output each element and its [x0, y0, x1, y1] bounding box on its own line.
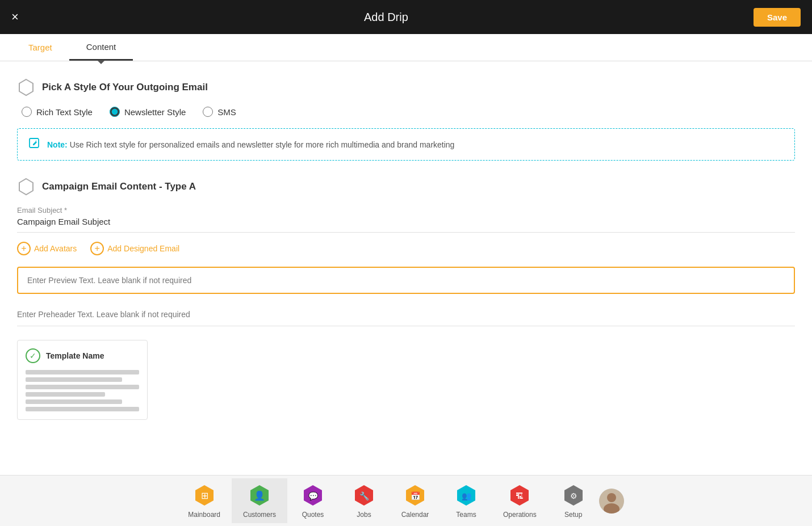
template-card-header: ✓ Template Name	[26, 348, 139, 363]
newsletter-option[interactable]: Newsletter Style	[110, 107, 186, 117]
preview-text-input[interactable]	[17, 267, 795, 294]
page-title: Add Drip	[364, 11, 408, 24]
bottom-navigation: ⊞ Mainboard 👤 Customers 💬 Quotes	[0, 475, 812, 526]
campaign-section: Campaign Email Content - Type A Email Su…	[17, 178, 795, 255]
style-hexagon-icon	[17, 78, 35, 96]
add-email-icon: +	[90, 242, 104, 255]
sms-radio[interactable]	[203, 107, 213, 117]
main-area: Target Content Pick A Style Of Your Outg…	[0, 34, 812, 475]
customers-icon: 👤	[247, 483, 272, 508]
operations-icon: 🏗	[507, 483, 532, 508]
jobs-label: Jobs	[357, 511, 371, 519]
user-avatar[interactable]	[599, 489, 624, 514]
calendar-label: Calendar	[401, 511, 429, 519]
rich-text-option[interactable]: Rich Text Style	[22, 107, 93, 117]
style-section-title: Pick A Style Of Your Outgoing Email	[42, 82, 208, 93]
campaign-section-header: Campaign Email Content - Type A	[17, 178, 795, 196]
customers-label: Customers	[243, 511, 276, 519]
sms-option[interactable]: SMS	[203, 107, 236, 117]
setup-label: Setup	[564, 511, 582, 519]
nav-jobs[interactable]: 🔧 Jobs	[338, 478, 390, 523]
preheader-text-input[interactable]	[17, 303, 795, 326]
save-button[interactable]: Save	[754, 8, 801, 27]
nav-quotes[interactable]: 💬 Quotes	[287, 478, 338, 523]
template-line-6	[26, 407, 139, 411]
template-line-5	[26, 399, 122, 404]
tab-target[interactable]: Target	[11, 34, 69, 61]
svg-point-20	[607, 493, 616, 502]
setup-icon: ⚙	[561, 483, 586, 508]
template-line-4	[26, 392, 105, 397]
add-avatars-label: Add Avatars	[34, 244, 77, 253]
sms-label: SMS	[217, 107, 236, 117]
quotes-icon: 💬	[300, 483, 325, 508]
note-edit-icon	[28, 137, 40, 152]
template-preview-lines	[26, 370, 139, 411]
quotes-label: Quotes	[302, 511, 324, 519]
email-subject-label: Email Subject *	[17, 206, 795, 214]
action-links: + Add Avatars + Add Designed Email	[17, 242, 795, 255]
mainboard-icon: ⊞	[192, 483, 217, 508]
svg-text:⚙: ⚙	[570, 491, 577, 500]
jobs-icon: 🔧	[351, 483, 376, 508]
template-name: Template Name	[46, 351, 104, 360]
nav-calendar[interactable]: 📅 Calendar	[390, 478, 441, 523]
add-avatars-button[interactable]: + Add Avatars	[17, 242, 77, 255]
nav-setup[interactable]: ⚙ Setup	[548, 478, 599, 523]
rich-text-radio[interactable]	[22, 107, 32, 117]
calendar-icon: 📅	[403, 483, 428, 508]
template-line-3	[26, 385, 139, 389]
teams-label: Teams	[456, 511, 476, 519]
rich-text-label: Rich Text Style	[36, 107, 93, 117]
add-avatars-icon: +	[17, 242, 31, 255]
teams-icon: 👥	[454, 483, 479, 508]
email-subject-value: Campaign Email Subject	[17, 217, 795, 233]
add-designed-email-label: Add Designed Email	[107, 244, 179, 253]
style-radio-group: Rich Text Style Newsletter Style SMS	[22, 107, 795, 117]
svg-marker-0	[19, 79, 33, 95]
nav-customers[interactable]: 👤 Customers	[232, 478, 287, 523]
nav-teams[interactable]: 👥 Teams	[441, 478, 492, 523]
style-section-header: Pick A Style Of Your Outgoing Email	[17, 78, 795, 96]
svg-text:👥: 👥	[462, 491, 472, 501]
tabs-bar: Target Content	[0, 34, 812, 61]
mainboard-label: Mainboard	[188, 511, 220, 519]
campaign-hexagon-icon	[17, 178, 35, 196]
content-area: Pick A Style Of Your Outgoing Email Rich…	[0, 61, 812, 475]
svg-marker-2	[19, 179, 33, 195]
note-box: Note: Use Rich text style for personaliz…	[17, 128, 795, 161]
newsletter-label: Newsletter Style	[124, 107, 186, 117]
template-line-2	[26, 377, 122, 382]
nav-mainboard[interactable]: ⊞ Mainboard	[177, 478, 232, 523]
template-check-icon: ✓	[26, 348, 40, 363]
svg-text:🔧: 🔧	[359, 491, 370, 501]
campaign-title: Campaign Email Content - Type A	[42, 181, 196, 192]
svg-text:👤: 👤	[254, 490, 265, 501]
nav-operations[interactable]: 🏗 Operations	[492, 478, 548, 523]
close-button[interactable]: ×	[11, 11, 19, 23]
template-card: ✓ Template Name	[17, 340, 148, 420]
svg-text:🏗: 🏗	[516, 491, 524, 500]
add-designed-email-button[interactable]: + Add Designed Email	[90, 242, 179, 255]
template-line-1	[26, 370, 139, 374]
svg-text:📅: 📅	[411, 491, 421, 501]
app-header: × Add Drip Save	[0, 0, 812, 34]
newsletter-radio[interactable]	[110, 107, 120, 117]
note-text: Note: Use Rich text style for personaliz…	[47, 140, 454, 149]
tab-content[interactable]: Content	[69, 34, 133, 61]
svg-text:⊞: ⊞	[200, 491, 208, 500]
operations-label: Operations	[503, 511, 537, 519]
svg-text:💬: 💬	[308, 491, 319, 501]
